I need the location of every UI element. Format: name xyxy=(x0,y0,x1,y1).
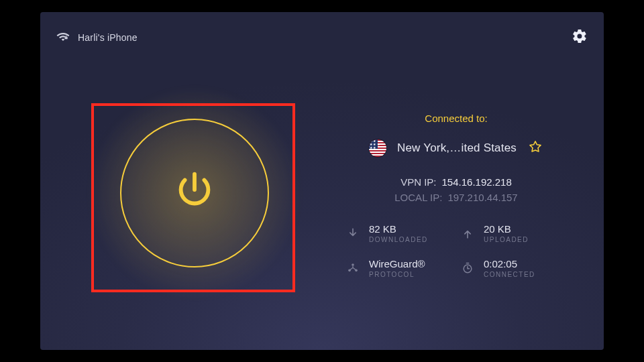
local-ip-value: 197.210.44.157 xyxy=(447,192,517,203)
settings-button[interactable] xyxy=(572,28,588,47)
location-row[interactable]: New York,…ited States xyxy=(335,139,577,158)
connected-to-label: Connected to: xyxy=(335,113,577,124)
vpn-ip-value: 154.16.192.218 xyxy=(442,176,512,188)
timer-label: Connected xyxy=(484,271,535,278)
vpn-app-window: Harli's iPhone Connected to: New York,…i… xyxy=(40,12,604,350)
wifi-lock-icon xyxy=(56,31,70,44)
timer-value: 0:02:05 xyxy=(484,258,535,269)
favorite-button[interactable] xyxy=(527,139,543,158)
upload-label: Uploaded xyxy=(484,236,529,243)
hotspot-indicator: Harli's iPhone xyxy=(56,31,138,44)
power-area xyxy=(87,66,302,320)
upload-value: 20 KB xyxy=(484,223,529,235)
protocol-icon xyxy=(345,261,361,275)
download-arrow-icon xyxy=(345,227,361,240)
power-icon xyxy=(171,168,218,218)
header-bar: Harli's iPhone xyxy=(56,27,588,48)
stat-upload: 20 KB Uploaded xyxy=(460,223,568,243)
location-name: New York,…ited States xyxy=(397,141,517,155)
power-button[interactable] xyxy=(120,119,269,267)
download-label: Downloaded xyxy=(369,236,428,243)
svg-point-3 xyxy=(352,263,354,266)
star-outline-icon xyxy=(527,139,543,155)
connection-info-panel: Connected to: New York,…ited States VPN … xyxy=(335,113,577,278)
stat-timer: 0:02:05 Connected xyxy=(460,258,568,278)
device-name: Harli's iPhone xyxy=(78,32,138,43)
vpn-ip-label: VPN IP: xyxy=(400,176,436,188)
stats-grid: 82 KB Downloaded 20 KB Uploaded WireGuar… xyxy=(335,223,577,278)
local-ip-label: LOCAL IP: xyxy=(394,192,442,203)
local-ip-row: LOCAL IP: 197.210.44.157 xyxy=(335,192,577,203)
stat-protocol: WireGuard® Protocol xyxy=(345,258,453,278)
vpn-ip-row: VPN IP: 154.16.192.218 xyxy=(335,176,577,188)
flag-us-icon xyxy=(369,139,386,157)
download-value: 82 KB xyxy=(369,223,428,235)
stopwatch-icon xyxy=(460,261,476,275)
stat-download: 82 KB Downloaded xyxy=(345,223,453,243)
protocol-label: Protocol xyxy=(369,271,425,278)
protocol-value: WireGuard® xyxy=(369,258,425,269)
ip-block: VPN IP: 154.16.192.218 LOCAL IP: 197.210… xyxy=(335,176,577,203)
gear-icon xyxy=(572,28,588,44)
upload-arrow-icon xyxy=(460,227,476,240)
